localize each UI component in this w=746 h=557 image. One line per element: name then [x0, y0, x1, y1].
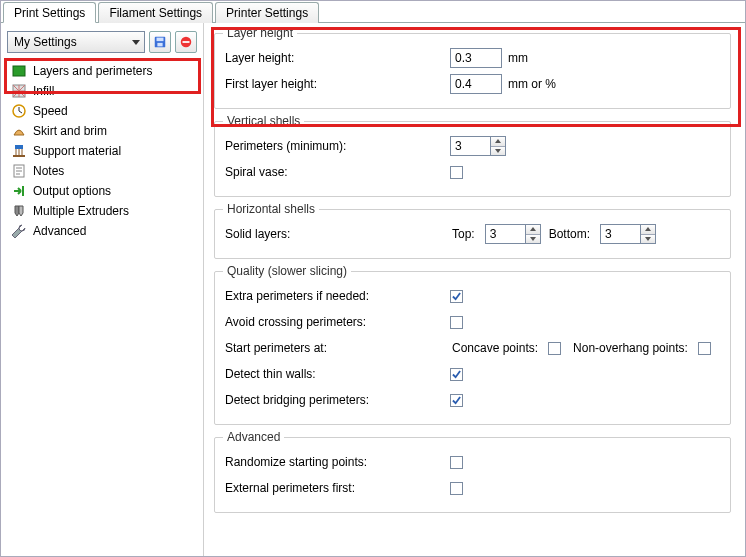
output-icon [11, 183, 27, 199]
sidebar-item-layers-perimeters[interactable]: Layers and perimeters [1, 61, 203, 81]
spin-up-icon[interactable] [526, 225, 540, 235]
bridging-checkbox[interactable] [450, 394, 463, 407]
main-body: My Settings Layers and perimeters Infi [1, 23, 745, 556]
randomize-label: Randomize starting points: [225, 455, 450, 469]
sidebar-item-label: Multiple Extruders [33, 204, 129, 218]
preset-select[interactable]: My Settings [7, 31, 145, 53]
avoid-crossing-label: Avoid crossing perimeters: [225, 315, 450, 329]
extruders-icon [11, 203, 27, 219]
preset-select-label: My Settings [14, 35, 77, 49]
spin-up-icon[interactable] [491, 137, 505, 147]
group-layer-height: Layer height Layer height: 0.3 mm First … [214, 33, 731, 109]
notes-icon [11, 163, 27, 179]
clock-icon [11, 103, 27, 119]
skirt-icon [11, 123, 27, 139]
group-title: Horizontal shells [223, 202, 319, 216]
concave-points-label: Concave points: [452, 341, 538, 355]
tab-filament-settings[interactable]: Filament Settings [98, 2, 213, 23]
tab-bar: Print Settings Filament Settings Printer… [1, 1, 745, 23]
bottom-label: Bottom: [549, 227, 590, 241]
sidebar-item-infill[interactable]: Infill [1, 81, 203, 101]
spin-up-icon[interactable] [641, 225, 655, 235]
svg-rect-12 [22, 186, 24, 196]
settings-tree: Layers and perimeters Infill Speed Skirt… [1, 59, 203, 556]
nonoverhang-points-label: Non-overhang points: [573, 341, 688, 355]
sidebar-item-advanced[interactable]: Advanced [1, 221, 203, 241]
preset-row: My Settings [1, 27, 203, 59]
perimeters-input[interactable]: 3 [450, 136, 490, 156]
svg-rect-2 [157, 43, 162, 47]
spiral-vase-label: Spiral vase: [225, 165, 450, 179]
extra-perimeters-checkbox[interactable] [450, 290, 463, 303]
spin-down-icon[interactable] [491, 147, 505, 156]
avoid-crossing-checkbox[interactable] [450, 316, 463, 329]
group-quality: Quality (slower slicing) Extra perimeter… [214, 271, 731, 425]
spin-down-icon[interactable] [641, 235, 655, 244]
layers-icon [11, 63, 27, 79]
randomize-checkbox[interactable] [450, 456, 463, 469]
sidebar-item-support-material[interactable]: Support material [1, 141, 203, 161]
content-pane: Layer height Layer height: 0.3 mm First … [204, 23, 745, 556]
first-layer-height-unit: mm or % [508, 77, 556, 91]
group-title: Vertical shells [223, 114, 304, 128]
group-advanced: Advanced Randomize starting points: Exte… [214, 437, 731, 513]
sidebar-item-label: Advanced [33, 224, 86, 238]
external-first-checkbox[interactable] [450, 482, 463, 495]
infill-icon [11, 83, 27, 99]
nonoverhang-points-checkbox[interactable] [698, 342, 711, 355]
tab-printer-settings[interactable]: Printer Settings [215, 2, 319, 23]
perimeters-spinner[interactable]: 3 [450, 136, 506, 156]
svg-rect-4 [183, 41, 190, 43]
sidebar-item-skirt-brim[interactable]: Skirt and brim [1, 121, 203, 141]
svg-rect-10 [13, 155, 25, 157]
perimeters-label: Perimeters (minimum): [225, 139, 450, 153]
group-title: Advanced [223, 430, 284, 444]
spin-down-icon[interactable] [526, 235, 540, 244]
chevron-down-icon [132, 40, 140, 45]
svg-rect-1 [157, 38, 164, 42]
sidebar-item-label: Speed [33, 104, 68, 118]
bottom-input[interactable]: 3 [600, 224, 640, 244]
group-vertical-shells: Vertical shells Perimeters (minimum): 3 … [214, 121, 731, 197]
top-input[interactable]: 3 [485, 224, 525, 244]
sidebar-item-label: Notes [33, 164, 64, 178]
start-perimeters-label: Start perimeters at: [225, 341, 450, 355]
app-window: Print Settings Filament Settings Printer… [0, 0, 746, 557]
first-layer-height-input[interactable]: 0.4 [450, 74, 502, 94]
sidebar: My Settings Layers and perimeters Infi [1, 23, 204, 556]
group-title: Quality (slower slicing) [223, 264, 351, 278]
top-spinner[interactable]: 3 [485, 224, 541, 244]
external-first-label: External perimeters first: [225, 481, 450, 495]
support-icon [11, 143, 27, 159]
disk-icon [153, 35, 167, 49]
sidebar-item-multiple-extruders[interactable]: Multiple Extruders [1, 201, 203, 221]
sidebar-item-label: Support material [33, 144, 121, 158]
concave-points-checkbox[interactable] [548, 342, 561, 355]
group-title: Layer height [223, 26, 297, 40]
sidebar-item-speed[interactable]: Speed [1, 101, 203, 121]
wrench-icon [11, 223, 27, 239]
sidebar-item-label: Infill [33, 84, 54, 98]
layer-height-input[interactable]: 0.3 [450, 48, 502, 68]
layer-height-unit: mm [508, 51, 528, 65]
delete-icon [179, 35, 193, 49]
sidebar-item-label: Layers and perimeters [33, 64, 152, 78]
bridging-label: Detect bridging perimeters: [225, 393, 450, 407]
sidebar-item-label: Output options [33, 184, 111, 198]
spiral-vase-checkbox[interactable] [450, 166, 463, 179]
solid-layers-label: Solid layers: [225, 227, 450, 241]
bottom-spinner[interactable]: 3 [600, 224, 656, 244]
layer-height-label: Layer height: [225, 51, 450, 65]
sidebar-item-notes[interactable]: Notes [1, 161, 203, 181]
first-layer-height-label: First layer height: [225, 77, 450, 91]
delete-preset-button[interactable] [175, 31, 197, 53]
sidebar-item-output-options[interactable]: Output options [1, 181, 203, 201]
thin-walls-label: Detect thin walls: [225, 367, 450, 381]
svg-rect-9 [15, 145, 23, 149]
tab-print-settings[interactable]: Print Settings [3, 2, 96, 23]
top-label: Top: [452, 227, 475, 241]
svg-rect-5 [13, 66, 25, 76]
thin-walls-checkbox[interactable] [450, 368, 463, 381]
save-preset-button[interactable] [149, 31, 171, 53]
extra-perimeters-label: Extra perimeters if needed: [225, 289, 450, 303]
